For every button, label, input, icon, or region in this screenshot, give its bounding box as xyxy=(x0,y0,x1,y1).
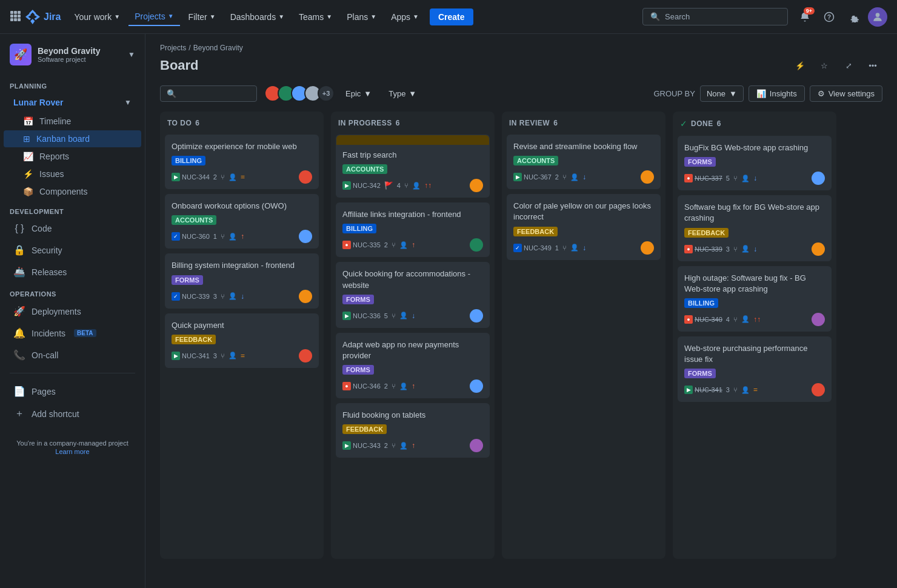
kanban-card[interactable]: Fluid booking on tablets FEEDBACK ▶ NUC-… xyxy=(336,403,490,458)
card-story-points: 5 xyxy=(384,312,388,319)
sidebar-item-incidents[interactable]: 🔔 Incidents BETA xyxy=(4,322,141,344)
kanban-card[interactable]: High outage: Software bug fix - BG Web-s… xyxy=(678,266,832,332)
label-badge[interactable]: FORMS xyxy=(684,369,716,378)
card-assignee-avatar[interactable] xyxy=(299,290,312,303)
nav-apps[interactable]: Apps ▼ xyxy=(385,8,425,25)
nav-teams[interactable]: Teams ▼ xyxy=(293,8,338,25)
jira-logo[interactable]: Jira xyxy=(25,10,61,24)
kanban-card[interactable]: Affiliate links integration - frontend B… xyxy=(336,202,490,257)
create-button[interactable]: Create xyxy=(430,8,473,25)
sidebar-item-deployments[interactable]: 🚀 Deployments xyxy=(4,301,141,322)
breadcrumb-projects[interactable]: Projects xyxy=(160,44,186,52)
grid-icon[interactable] xyxy=(10,10,21,23)
card-meta: ▶ NUC-343 2 ⑂ 👤 ↑ xyxy=(342,439,483,452)
sidebar-item-components[interactable]: 📦 Components xyxy=(4,183,141,200)
sidebar-item-timeline[interactable]: 📅 Timeline xyxy=(4,113,141,130)
card-title: Onboard workout options (OWO) xyxy=(172,201,312,212)
kanban-card[interactable]: Onboard workout options (OWO) ACCOUNTS ✓… xyxy=(165,194,319,249)
label-badge[interactable]: FEEDBACK xyxy=(684,228,729,238)
card-assignee-avatar[interactable] xyxy=(299,230,312,243)
label-badge[interactable]: BILLING xyxy=(342,224,376,233)
help-button[interactable]: ? xyxy=(819,7,839,27)
project-chevron-icon: ▼ xyxy=(128,50,135,59)
view-settings-button[interactable]: ⚙ View settings xyxy=(810,85,882,102)
card-assignee-avatar[interactable] xyxy=(299,170,312,184)
security-icon: 🔒 xyxy=(13,244,25,256)
kanban-card[interactable]: Quick booking for accommodations - websi… xyxy=(336,262,490,327)
sidebar-item-issues[interactable]: ⚡ Issues xyxy=(4,165,141,182)
notifications-button[interactable]: 9+ xyxy=(795,7,815,27)
card-assignee-avatar[interactable] xyxy=(812,172,825,185)
sidebar-item-code[interactable]: { } Code xyxy=(4,218,141,239)
learn-more-link[interactable]: Learn more xyxy=(55,448,89,455)
card-assignee-avatar[interactable] xyxy=(812,313,825,326)
label-badge[interactable]: FORMS xyxy=(172,275,203,285)
settings-button[interactable] xyxy=(844,7,863,27)
star-button[interactable]: ☆ xyxy=(815,56,834,75)
label-badge[interactable]: FORMS xyxy=(684,157,716,167)
kanban-card[interactable]: Adapt web app no new payments provider F… xyxy=(336,333,490,398)
breadcrumb-project[interactable]: Beyond Gravity xyxy=(193,44,243,52)
column-in-progress: IN PROGRESS 6 Fast trip search ACCOUNTS … xyxy=(331,112,495,559)
sidebar-item-security[interactable]: 🔒 Security xyxy=(4,239,141,261)
card-assignee-avatar[interactable] xyxy=(470,379,483,393)
kanban-card[interactable]: Color of pale yellow on our pages looks … xyxy=(507,194,661,259)
card-id-text: NUC-344 xyxy=(182,173,210,181)
kanban-card[interactable]: Revise and streamline booking flow ACCOU… xyxy=(507,135,661,189)
card-assignee-avatar[interactable] xyxy=(812,242,825,256)
label-badge[interactable]: FORMS xyxy=(342,365,374,375)
oncall-icon: 📞 xyxy=(13,349,25,361)
card-assignee-avatar[interactable] xyxy=(470,238,483,252)
label-badge[interactable]: BILLING xyxy=(684,298,718,308)
card-assignee-avatar[interactable] xyxy=(641,241,654,255)
epic-filter[interactable]: Epic ▼ xyxy=(339,86,378,101)
sidebar-lunar-rover[interactable]: Lunar Rover ▼ xyxy=(4,93,141,112)
expand-button[interactable]: ⤢ xyxy=(839,56,858,75)
avatar-filter-more[interactable]: +3 xyxy=(318,85,335,102)
label-badge[interactable]: FEEDBACK xyxy=(172,335,216,344)
label-badge[interactable]: ACCOUNTS xyxy=(342,164,387,174)
card-assignee-avatar[interactable] xyxy=(812,383,825,396)
nav-filter[interactable]: Filter ▼ xyxy=(182,8,222,25)
sidebar-item-kanban[interactable]: ⊞ Kanban board xyxy=(4,130,141,147)
card-assignee-avatar[interactable] xyxy=(641,170,654,184)
kanban-card[interactable]: Software bug fix for BG Web-store app cr… xyxy=(678,195,832,261)
label-badge[interactable]: ACCOUNTS xyxy=(172,215,216,225)
card-assignee-avatar[interactable] xyxy=(470,309,483,322)
lightning-button[interactable]: ⚡ xyxy=(790,56,810,75)
sidebar-item-oncall[interactable]: 📞 On-call xyxy=(4,344,141,366)
sidebar-item-releases[interactable]: 🚢 Releases xyxy=(4,261,141,282)
nav-projects[interactable]: Projects ▼ xyxy=(128,8,179,26)
kanban-card[interactable]: Fast trip search ACCOUNTS ▶ NUC-342 🚩 4 … xyxy=(336,135,490,198)
kanban-card[interactable]: BugFix BG Web-store app crashing FORMS ●… xyxy=(678,136,832,190)
label-badge[interactable]: ACCOUNTS xyxy=(513,156,558,165)
nav-plans[interactable]: Plans ▼ xyxy=(341,8,382,25)
search-box[interactable]: 🔍 Search xyxy=(642,8,788,25)
card-assignee-avatar[interactable] xyxy=(470,439,483,452)
type-filter[interactable]: Type ▼ xyxy=(382,86,422,101)
sidebar-item-add-shortcut[interactable]: ＋ Add shortcut xyxy=(4,403,141,425)
card-type-icon: ▶ xyxy=(684,386,693,394)
label-badge[interactable]: FEEDBACK xyxy=(513,227,558,236)
label-badge[interactable]: BILLING xyxy=(172,156,205,165)
user-avatar[interactable] xyxy=(868,7,887,27)
group-by-selector[interactable]: None ▼ xyxy=(700,85,744,102)
insights-button[interactable]: 📊 Insights xyxy=(749,85,805,102)
label-badge[interactable]: FORMS xyxy=(342,295,374,304)
card-assignee-avatar[interactable] xyxy=(470,179,483,192)
kanban-card[interactable]: Optimize experience for mobile web BILLI… xyxy=(165,135,319,189)
priority-icon: = xyxy=(241,352,245,360)
sidebar-item-pages[interactable]: 📄 Pages xyxy=(4,381,141,402)
kanban-card[interactable]: Billing system integration - frontend FO… xyxy=(165,253,319,308)
kanban-card[interactable]: Web-store purchasing performance issue f… xyxy=(678,336,832,402)
nav-dashboards[interactable]: Dashboards ▼ xyxy=(224,8,290,25)
card-assignee-avatar[interactable] xyxy=(299,349,312,362)
project-selector[interactable]: 🚀 Beyond Gravity Software project ▼ xyxy=(0,34,145,75)
board-search[interactable]: 🔍 xyxy=(160,85,257,102)
more-button[interactable]: ••• xyxy=(863,56,882,75)
settings-icon: ⚙ xyxy=(818,89,825,98)
sidebar-item-reports[interactable]: 📈 Reports xyxy=(4,148,141,165)
label-badge[interactable]: FEEDBACK xyxy=(342,424,387,434)
kanban-card[interactable]: Quick payment FEEDBACK ▶ NUC-341 3 ⑂ 👤 = xyxy=(165,313,319,368)
nav-your-work[interactable]: Your work ▼ xyxy=(68,8,126,25)
